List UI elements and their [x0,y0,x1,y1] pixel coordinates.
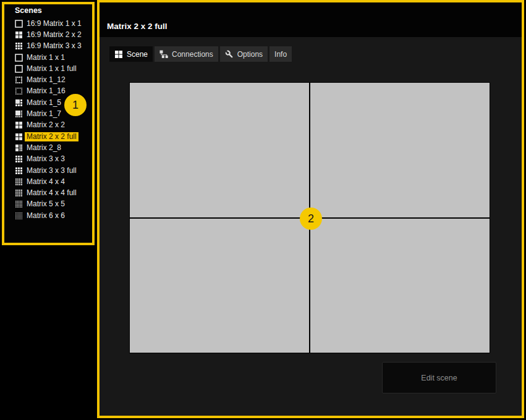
scene-list-item-label: Matrix 1_5 [27,98,61,107]
scene-list-item-label: Matrix 3 x 3 full [27,166,77,175]
scenes-panel-title: Scenes [15,6,42,15]
scene-list-item-label: Matrix 6 x 6 [27,211,65,220]
grid-4x4-icon [15,178,23,186]
scene-list-item-label: Matrix 2 x 2 [27,120,65,130]
scene-list-item[interactable]: Matrix 1_12 [4,74,92,85]
annotation-badge-1: 1 [64,94,87,116]
app-window: Scenes 16:9 Matrix 1 x 116:9 Matrix 2 x … [0,0,526,420]
scene-list-item-label: Matrix 4 x 4 [27,177,65,187]
grid-3x3-icon [15,42,23,50]
scene-list-item-label: Matrix 4 x 4 full [27,188,77,198]
scene-list-item[interactable]: Matrix 5 x 5 [4,199,92,210]
tab-info[interactable]: Info [269,46,292,62]
scene-title: Matrix 2 x 2 full [107,22,168,31]
scene-list-item-label: Matrix 1 x 1 [27,53,65,62]
grid-6x6-icon [15,212,23,220]
scene-list-item-label: Matrix 2_8 [27,143,61,153]
scene-list-item[interactable]: 16:9 Matrix 2 x 2 [4,29,92,40]
grid-3x3-icon [15,167,23,175]
scene-list-item[interactable]: Matrix 3 x 3 [4,154,92,165]
grid-1x1-icon [15,65,23,73]
grid-2x2-icon [15,31,23,39]
wrench-icon [225,50,234,59]
split-2-8-icon [15,144,23,152]
scene-list-item-label: Matrix 1_7 [27,109,61,119]
scene-list-item[interactable]: Matrix 4 x 4 full [4,187,92,198]
ring-12-icon [15,76,23,84]
scene-list-item[interactable]: Matrix 1 x 1 [4,52,92,63]
scene-list-item[interactable]: Matrix 2 x 2 [4,120,92,131]
scene-list-item-label: 16:9 Matrix 1 x 1 [27,19,82,28]
big-cell-plus-7-icon [15,110,23,118]
scenes-panel: Scenes 16:9 Matrix 1 x 116:9 Matrix 2 x … [2,2,95,245]
annotation-badge-2: 2 [300,208,322,230]
scene-list-item-label: Matrix 2 x 2 full [25,132,78,141]
scene-list-item[interactable]: Matrix 3 x 3 full [4,165,92,176]
scene-preview-cell[interactable] [310,219,490,353]
scene-preview-cell[interactable] [310,83,490,217]
scene-list-item[interactable]: Matrix 1 x 1 full [4,63,92,74]
grid-5x5-icon [15,200,23,208]
grid-2x2-icon [15,133,23,141]
edit-scene-button[interactable]: Edit scene [382,362,496,393]
tab-options[interactable]: Options [220,46,268,62]
tab-bar: Scene Connections OptionsInfo [109,46,292,62]
grid-1x1-icon [15,20,23,28]
grid-4x4-icon [15,189,23,197]
scene-list-item-label: Matrix 1_12 [27,75,66,85]
scene-list-item[interactable]: 16:9 Matrix 3 x 3 [4,41,92,52]
scene-list-item-label: Matrix 3 x 3 [27,154,65,164]
scene-list-item-label: Matrix 1 x 1 full [27,64,77,74]
scene-preview-cell[interactable] [130,83,309,217]
scene-list-item[interactable]: Matrix 6 x 6 [4,210,92,221]
scene-title-bar: Matrix 2 x 2 full [100,2,522,37]
grid-3x3-icon [15,155,23,163]
scene-list: 16:9 Matrix 1 x 116:9 Matrix 2 x 216:9 M… [4,18,92,221]
connections-icon [159,50,168,59]
scene-grid-icon [114,50,123,59]
scene-list-item[interactable]: Matrix 2_8 [4,142,92,153]
tab-label: Options [237,50,263,59]
tab-connections[interactable]: Connections [155,46,218,62]
scene-preview-cell[interactable] [130,219,309,353]
big-cell-plus-5-icon [15,99,23,107]
scene-list-item[interactable]: Matrix 4 x 4 [4,176,92,187]
tab-scene[interactable]: Scene [109,46,153,62]
scene-list-item-label: Matrix 1_16 [27,86,66,96]
scene-list-item-label: 16:9 Matrix 3 x 3 [27,41,82,51]
scene-list-item[interactable]: 16:9 Matrix 1 x 1 [4,18,92,29]
scene-list-item-label: 16:9 Matrix 2 x 2 [27,30,82,40]
scene-list-item-label: Matrix 5 x 5 [27,200,65,209]
scene-list-item[interactable]: Matrix 2 x 2 full [4,131,92,142]
grid-2x2-icon [15,121,23,129]
tab-label: Connections [172,50,213,59]
grid-1x1-icon [15,54,23,62]
ring-16-icon [15,87,23,95]
tab-label: Scene [127,50,148,59]
tab-label: Info [274,50,287,59]
